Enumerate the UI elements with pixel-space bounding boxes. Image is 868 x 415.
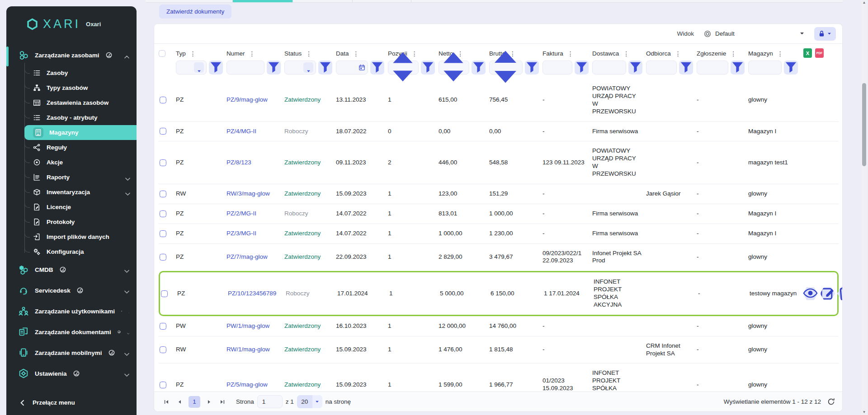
filter-date-data[interactable] [336,61,368,75]
sidebar-item-zasoby-atrybuty[interactable]: Zasoby - atrybuty [24,110,137,125]
sidebar-item-konfiguracja[interactable]: Konfiguracja [24,244,137,259]
column-menu-icon[interactable]: ⋮ [674,51,682,57]
sidebar-item-akcje[interactable]: Akcje [24,155,137,170]
view-button[interactable] [803,287,818,300]
sidebar-toggle-menu[interactable]: Przełącz menu [6,394,137,415]
scroll-down-arrow[interactable]: ▼ [861,410,867,415]
filter-button-odbiorca[interactable] [679,61,693,75]
select-all-checkbox[interactable] [159,50,165,57]
sidebar-section-zarz-dzanie-u-ytkownikami[interactable]: Zarządzanie użytkownikami [6,301,137,322]
filter-number-brutto[interactable] [489,61,523,75]
filter-text-odbiorca[interactable] [646,61,677,75]
filter-number-netto[interactable] [439,61,469,75]
column-menu-icon[interactable]: ⋮ [566,51,575,57]
sidebar-item-raporty[interactable]: Raporty [24,170,137,185]
filter-text-numer[interactable] [226,61,264,75]
tab-2-active[interactable] [233,0,293,2]
next-page-button[interactable] [204,397,214,407]
lock-view-button[interactable] [814,27,836,41]
document-link[interactable]: PW/1/mag-glow [226,317,284,336]
filter-text-dostawca[interactable] [592,61,626,75]
row-checkbox[interactable] [160,159,166,166]
filter-number-pozycji[interactable] [388,61,419,75]
column-menu-icon[interactable]: ⋮ [776,51,784,57]
tab-1[interactable] [146,0,233,2]
document-link[interactable]: PZ/5/mag-glow [226,375,284,392]
export-pdf-icon[interactable]: PDF [815,48,824,58]
filter-text-magazyn[interactable] [748,61,782,75]
row-checkbox[interactable] [160,382,166,388]
filter-button-zgloszenie[interactable] [731,61,745,75]
approve-documents-button[interactable]: Zatwierdź dokumenty [159,5,231,19]
current-page-button[interactable]: 1 [189,396,200,408]
scroll-up-arrow[interactable]: ▲ [861,0,867,5]
page-scrollbar[interactable]: ▲ ▼ [861,0,867,415]
edit-button[interactable] [820,287,835,300]
filter-button-typ[interactable] [209,61,223,75]
document-link[interactable]: PZ/7/mag-glow [226,247,284,267]
row-checkbox[interactable] [160,254,166,261]
sidebar-item-import-plików-danych[interactable]: Import plików danych [24,229,137,244]
export-excel-icon[interactable]: X [803,48,812,58]
column-menu-icon[interactable]: ⋮ [305,51,313,57]
sidebar-section-zarz-dzanie-dokumentami[interactable]: Zarządzanie dokumentami [6,322,137,342]
sidebar-section-zarz-dzanie-zasobami[interactable]: Zarządzanie zasobami [6,45,137,65]
filter-button-data[interactable] [370,61,384,75]
sidebar-item-reguły[interactable]: Reguły [24,140,137,155]
filter-button-brutto[interactable] [525,61,539,75]
column-menu-icon[interactable]: ⋮ [189,51,197,57]
document-link[interactable]: PZ/4/MG-II [226,122,284,141]
filter-select-typ[interactable] [176,61,207,75]
sidebar-section-servicedesk[interactable]: Servicedesk [6,280,137,301]
row-checkbox[interactable] [160,346,166,353]
page-number-input[interactable] [257,395,283,408]
page-size-select[interactable]: 20 [297,395,322,408]
sidebar-item-typy-zasobów[interactable]: Typy zasobów [24,80,137,95]
document-link[interactable]: PZ/3/MG-II [226,224,284,243]
previous-page-button[interactable] [175,397,184,407]
first-page-button[interactable] [161,397,171,407]
filter-button-magazyn[interactable] [784,61,798,75]
filter-button-faktura[interactable] [575,61,589,75]
column-menu-icon[interactable]: ⋮ [622,51,630,57]
filter-text-faktura[interactable] [542,61,572,75]
document-link[interactable]: PZ/9/mag-glow [226,90,284,110]
filter-button-numer[interactable] [267,61,281,75]
tab-3[interactable] [293,0,353,2]
document-link[interactable]: PZ/10/123456789 [228,284,286,303]
filter-button-dostawca[interactable] [628,61,642,75]
row-checkbox[interactable] [161,290,168,297]
filter-select-status[interactable] [284,61,316,75]
filter-button-netto[interactable] [472,61,486,75]
filter-text-zgloszenie[interactable] [697,61,728,75]
row-checkbox[interactable] [160,191,166,197]
tab-4[interactable] [353,0,411,2]
column-menu-icon[interactable]: ⋮ [352,51,360,57]
sidebar-item-magazyny[interactable]: Magazyny [24,125,137,140]
sidebar-item-inwentaryzacja[interactable]: Inwentaryzacja [24,185,137,200]
document-link[interactable]: RW/1/mag-glow [226,340,284,359]
document-link[interactable]: PZ/2/MG-II [226,204,284,224]
sidebar-section-cmdb[interactable]: CMDB [6,259,137,280]
row-checkbox[interactable] [160,97,166,103]
scrollbar-thumb[interactable] [862,83,866,166]
row-checkbox[interactable] [160,210,166,217]
document-link[interactable]: RW/3/mag-glow [226,184,284,204]
row-checkbox[interactable] [160,230,166,237]
filter-button-pozycji[interactable] [421,61,435,75]
column-menu-icon[interactable]: ⋮ [248,51,256,57]
last-page-button[interactable] [217,397,227,407]
sidebar-section-ustawienia[interactable]: Ustawienia [6,363,137,384]
sidebar-item-licencje[interactable]: Licencje [24,200,137,214]
sidebar-item-protokoły[interactable]: Protokoły [24,214,137,229]
column-menu-icon[interactable]: ⋮ [729,51,737,57]
view-select[interactable]: Default [700,27,808,41]
row-checkbox[interactable] [160,323,166,330]
filter-button-status[interactable] [318,61,332,75]
delete-button[interactable] [837,287,842,300]
sidebar-item-zestawienia-zasobów[interactable]: Zestawienia zasobów [24,95,137,110]
document-link[interactable]: PZ/8/123 [226,153,284,173]
row-checkbox[interactable] [160,128,166,135]
refresh-icon[interactable] [827,398,835,406]
sidebar-section-zarz-dzanie-mobilnymi[interactable]: Zarządzanie mobilnymi [6,342,137,363]
